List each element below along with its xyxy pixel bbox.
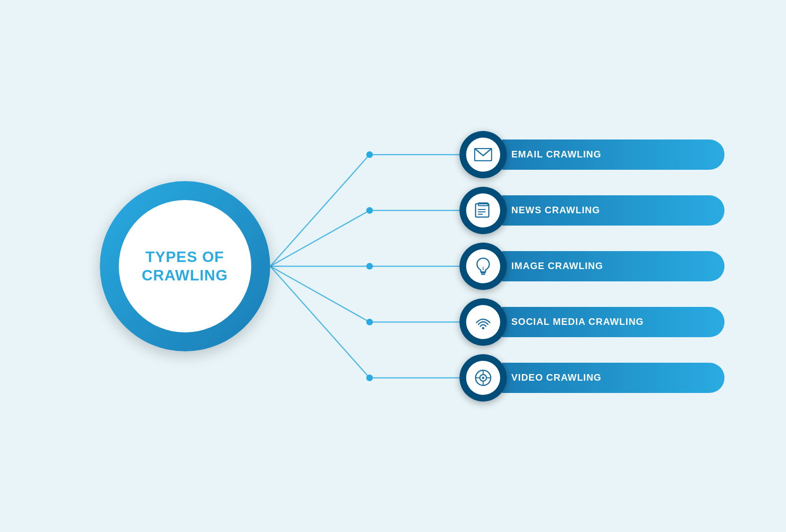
video-label-pill: VIDEO CRAWLING (502, 363, 724, 393)
center-line1: TYPES OF (145, 248, 224, 265)
video-icon-outer (459, 354, 507, 401)
image-icon-inner (466, 249, 500, 283)
news-label: NEWS CRAWLING (512, 205, 600, 216)
image-crawling-item: IMAGE CRAWLING (459, 243, 724, 290)
image-label: IMAGE CRAWLING (512, 261, 603, 271)
diagram-container: TYPES OF CRAWLING EMAIL CRAWLING (62, 30, 724, 503)
email-crawling-item: EMAIL CRAWLING (459, 131, 724, 178)
news-label-pill: NEWS CRAWLING (502, 195, 724, 226)
social-icon-inner (466, 305, 500, 339)
items-container: EMAIL CRAWLING NEWS CRAWLING (459, 131, 724, 401)
svg-line-0 (270, 155, 370, 266)
image-label-pill: IMAGE CRAWLING (502, 251, 724, 281)
video-icon-inner (466, 361, 500, 395)
wifi-icon (474, 313, 492, 331)
video-icon (474, 369, 492, 387)
social-label-pill: SOCIAL MEDIA CRAWLING (502, 307, 724, 337)
center-circle-inner: TYPES OF CRAWLING (119, 200, 251, 332)
email-label: EMAIL CRAWLING (512, 149, 601, 160)
news-crawling-item: NEWS CRAWLING (459, 187, 724, 234)
svg-point-27 (482, 376, 484, 379)
svg-point-11 (366, 207, 373, 214)
email-icon (474, 148, 492, 161)
svg-point-24 (482, 327, 484, 329)
news-icon-outer (459, 187, 507, 234)
svg-point-14 (366, 375, 373, 381)
social-crawling-item: SOCIAL MEDIA CRAWLING (459, 298, 724, 346)
email-label-pill: EMAIL CRAWLING (502, 140, 724, 170)
center-title: TYPES OF CRAWLING (141, 248, 228, 284)
svg-line-8 (270, 266, 370, 378)
news-icon-inner (466, 193, 500, 227)
svg-point-10 (366, 151, 373, 158)
social-label: SOCIAL MEDIA CRAWLING (512, 316, 644, 327)
lightbulb-icon (475, 257, 491, 275)
image-icon-outer (459, 243, 507, 290)
svg-line-6 (270, 266, 370, 322)
social-icon-outer (459, 298, 507, 346)
email-icon-inner (466, 138, 500, 172)
svg-line-3 (270, 210, 370, 266)
svg-point-12 (366, 263, 373, 270)
center-line2: CRAWLING (141, 267, 228, 284)
video-label: VIDEO CRAWLING (512, 372, 602, 383)
center-circle: TYPES OF CRAWLING (100, 181, 270, 351)
email-icon-outer (459, 131, 507, 178)
svg-point-13 (366, 319, 373, 325)
video-crawling-item: VIDEO CRAWLING (459, 354, 724, 401)
news-icon (475, 202, 492, 219)
